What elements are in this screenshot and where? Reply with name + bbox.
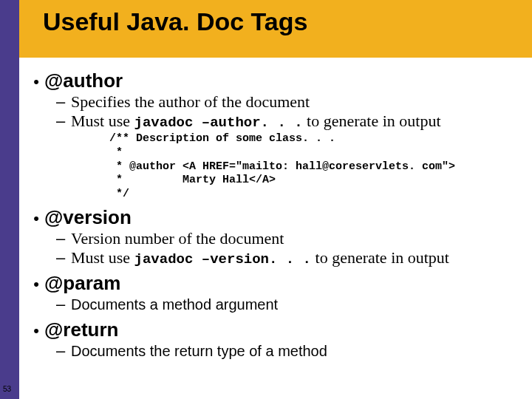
bullet-heading: @param <box>44 272 120 295</box>
bullet-sub-text: Version number of the document <box>71 229 284 248</box>
bullet-level2: –Version number of the document <box>56 229 523 248</box>
bullet-sub-text: Documents a method argument <box>71 296 278 313</box>
slide-content: •@author–Specifies the author of the doc… <box>28 65 523 361</box>
dash-icon: – <box>56 92 71 112</box>
bullet-sub-text: Documents the return type of a method <box>71 343 327 360</box>
slide-title: Useful Java. Doc Tags <box>43 7 307 36</box>
dash-icon: – <box>56 341 71 361</box>
bullet-sub-text: Must use javadoc –version. . . to genera… <box>71 248 449 267</box>
bullet-level1: •@return <box>28 318 523 341</box>
bullet-level1: •@author <box>28 69 523 92</box>
dash-icon: – <box>56 112 71 131</box>
bullet-sub-text: Specifies the author of the document <box>71 92 310 112</box>
bullet-dot-icon: • <box>28 72 44 92</box>
bullet-level2: –Must use javadoc –version. . . to gener… <box>56 248 523 267</box>
bullet-level2: –Documents a method argument <box>56 295 523 314</box>
bullet-heading: @version <box>44 206 132 229</box>
bullet-dot-icon: • <box>28 209 44 228</box>
left-accent-stripe <box>0 0 19 399</box>
bullet-level2: –Specifies the author of the document <box>56 92 523 112</box>
bullet-sub-text: Must use javadoc –author. . . to generat… <box>71 112 441 131</box>
dash-icon: – <box>56 229 71 248</box>
bullet-level2: –Must use javadoc –author. . . to genera… <box>56 112 523 131</box>
bullet-dot-icon: • <box>28 321 44 341</box>
bullet-level1: •@param <box>28 272 523 295</box>
bullet-heading: @return <box>44 318 118 341</box>
bullet-level2: –Documents the return type of a method <box>56 341 523 361</box>
page-number: 53 <box>3 385 11 393</box>
dash-icon: – <box>56 295 71 314</box>
slide: Useful Java. Doc Tags •@author–Specifies… <box>0 0 532 399</box>
bullet-dot-icon: • <box>28 275 44 294</box>
dash-icon: – <box>56 248 71 267</box>
bullet-heading: @author <box>44 69 123 92</box>
bullet-level1: •@version <box>28 206 523 229</box>
code-block: /** Description of some class. . . * * @… <box>109 132 523 202</box>
